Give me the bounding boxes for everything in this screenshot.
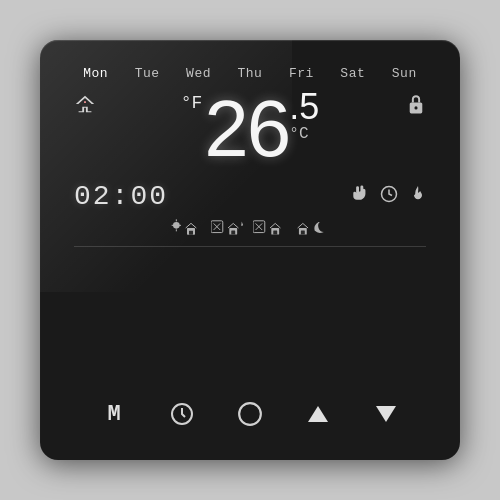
sun-home-icon (171, 218, 203, 238)
hand-icon (350, 184, 368, 209)
temp-decimal-group: .5 °C (289, 89, 319, 145)
up-button[interactable] (298, 394, 338, 434)
svg-point-1 (414, 106, 417, 109)
x-home-heat-icon (211, 218, 245, 238)
screen: Mon Tue Wed Thu Fri Sat Sun °F 26 .5 °C (60, 60, 440, 440)
svg-rect-19 (273, 231, 277, 235)
mode-icons-row1 (60, 216, 440, 242)
day-wed: Wed (186, 66, 211, 81)
temp-display: °F 26 .5 °C (181, 89, 320, 169)
svg-point-3 (173, 222, 180, 229)
day-thu: Thu (238, 66, 263, 81)
temperature-section: °F 26 .5 °C (60, 85, 440, 177)
day-tue: Tue (135, 66, 160, 81)
clock-icon (380, 185, 398, 208)
temp-decimal-value: .5 (289, 89, 319, 125)
day-fri: Fri (289, 66, 314, 81)
m-label: M (107, 402, 120, 427)
bottom-buttons: M (60, 384, 440, 440)
x-home-cool-icon (253, 218, 287, 238)
svg-rect-21 (301, 231, 305, 235)
day-sun: Sun (392, 66, 417, 81)
time-icon-row: 02:00 (60, 177, 440, 216)
temp-unit-celsius: °C (289, 125, 319, 143)
svg-point-23 (239, 403, 261, 425)
day-mon: Mon (83, 66, 108, 81)
temp-unit-fahrenheit: °F (181, 93, 203, 113)
svg-rect-9 (189, 231, 193, 235)
home-icon (74, 93, 96, 121)
time-display: 02:00 (74, 181, 174, 212)
down-arrow-icon (376, 406, 396, 422)
up-arrow-icon (308, 406, 328, 422)
thermostat-device: Mon Tue Wed Thu Fri Sat Sun °F 26 .5 °C (40, 40, 460, 460)
circle-button[interactable] (230, 394, 270, 434)
day-sat: Sat (340, 66, 365, 81)
circle-button-icon (237, 401, 263, 427)
down-button[interactable] (366, 394, 406, 434)
divider (74, 246, 426, 247)
day-row: Mon Tue Wed Thu Fri Sat Sun (60, 60, 440, 85)
clock-button[interactable] (162, 394, 202, 434)
temp-integer: 26 (204, 89, 289, 169)
home-moon-icon (295, 218, 329, 238)
m-button[interactable]: M (94, 394, 134, 434)
flame-icon (410, 184, 426, 209)
lock-icon (406, 93, 426, 120)
svg-rect-14 (231, 231, 235, 235)
status-icons (350, 184, 426, 209)
clock-button-icon (170, 402, 194, 426)
